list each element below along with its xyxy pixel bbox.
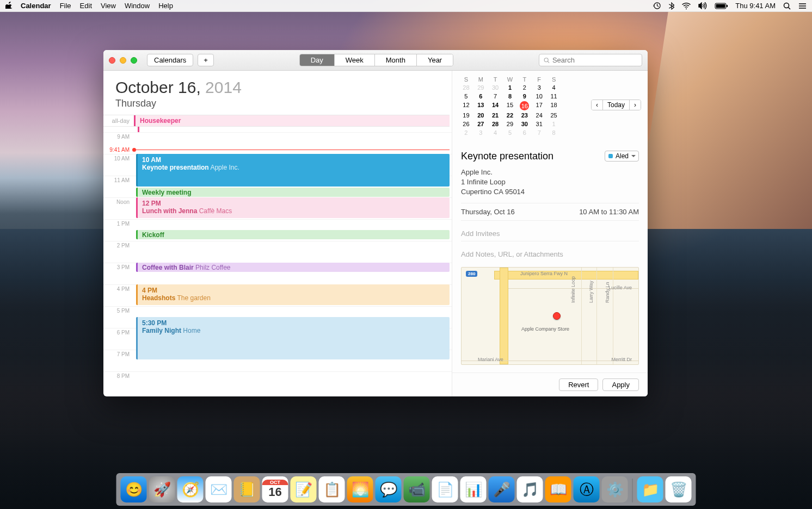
invitees-field[interactable]: Add Invitees bbox=[461, 226, 639, 241]
dock-numbers[interactable]: 📊 bbox=[460, 476, 487, 502]
dock-mail[interactable]: ✉️ bbox=[206, 476, 232, 502]
notes-field[interactable]: Add Notes, URL, or Attachments bbox=[461, 247, 639, 262]
mini-cal-day[interactable]: 27 bbox=[473, 120, 488, 128]
calendar-event[interactable]: 5:30 PMFamily Night Home bbox=[136, 317, 450, 359]
spotlight-icon[interactable] bbox=[783, 2, 791, 10]
mini-cal-day[interactable]: 11 bbox=[546, 92, 561, 100]
volume-icon[interactable] bbox=[698, 2, 707, 9]
view-year[interactable]: Year bbox=[417, 54, 453, 66]
app-name[interactable]: Calendar bbox=[21, 2, 51, 10]
dock-keynote[interactable]: 🎤 bbox=[489, 476, 515, 502]
mini-cal-day[interactable]: 6 bbox=[517, 129, 532, 136]
add-event-button[interactable]: + bbox=[198, 54, 214, 66]
mini-cal-day[interactable]: 31 bbox=[532, 120, 546, 128]
menubar-clock[interactable]: Thu 9:41 AM bbox=[735, 2, 776, 10]
view-day[interactable]: Day bbox=[300, 54, 335, 66]
mini-cal-day[interactable]: 14 bbox=[488, 101, 503, 110]
event-datetime[interactable]: Thursday, Oct 16 10 AM to 11:30 AM bbox=[461, 203, 639, 221]
dock-preferences[interactable]: ⚙️ bbox=[602, 476, 628, 502]
dock-reminders[interactable]: 📋 bbox=[319, 476, 345, 502]
mini-cal-day[interactable]: 26 bbox=[459, 120, 473, 128]
menu-file[interactable]: File bbox=[60, 2, 71, 10]
mini-cal-day[interactable]: 12 bbox=[459, 101, 473, 110]
search-field[interactable] bbox=[539, 54, 642, 66]
dock-downloads[interactable]: 📁 bbox=[637, 476, 663, 502]
apple-menu-icon[interactable] bbox=[5, 1, 13, 10]
dock-appstore[interactable]: Ⓐ bbox=[574, 476, 600, 502]
bluetooth-icon[interactable] bbox=[669, 2, 674, 10]
timemachine-icon[interactable] bbox=[653, 2, 661, 10]
mini-cal-day[interactable]: 2 bbox=[517, 84, 532, 91]
menu-view[interactable]: View bbox=[101, 2, 116, 10]
calendar-select[interactable]: Aled bbox=[605, 151, 639, 162]
mini-cal-day[interactable]: 10 bbox=[532, 92, 546, 100]
calendar-event[interactable]: 4 PMHeadshots The garden bbox=[136, 284, 450, 305]
menu-window[interactable]: Window bbox=[125, 2, 150, 10]
mini-cal-day[interactable]: 4 bbox=[488, 129, 503, 136]
close-button[interactable] bbox=[109, 57, 115, 64]
calendar-event[interactable]: Kickoff bbox=[136, 230, 450, 239]
mini-calendar[interactable]: SMTWTFS282930123456789101112131415161718… bbox=[459, 76, 561, 136]
calendar-event[interactable]: 10 AMKeynote presentation Apple Inc. bbox=[136, 154, 450, 187]
dock-facetime[interactable]: 📹 bbox=[404, 476, 430, 502]
dock-safari[interactable]: 🧭 bbox=[177, 476, 204, 502]
calendar-event[interactable]: Weekly meeting bbox=[136, 188, 450, 197]
apply-button[interactable]: Apply bbox=[602, 378, 639, 391]
calendar-event[interactable]: 12 PMLunch with Jenna Caffè Macs bbox=[136, 197, 450, 218]
dock-calendar[interactable]: OCT16 bbox=[262, 476, 288, 502]
allday-event[interactable]: Housekeeper bbox=[134, 115, 450, 126]
mini-cal-day[interactable]: 2 bbox=[459, 129, 473, 136]
timeline[interactable]: 9 AM10 AM11 AMNoon1 PM2 PM3 PM4 PM5 PM6 … bbox=[103, 132, 452, 396]
mini-cal-day[interactable]: 20 bbox=[473, 111, 488, 119]
mini-cal-day[interactable]: 15 bbox=[503, 101, 518, 110]
view-month[interactable]: Month bbox=[375, 54, 417, 66]
mini-cal-day[interactable]: 24 bbox=[532, 111, 546, 119]
mini-cal-day[interactable]: 5 bbox=[503, 129, 518, 136]
mini-cal-day[interactable]: 1 bbox=[546, 120, 561, 128]
mini-cal-day[interactable]: 18 bbox=[546, 101, 561, 110]
mini-cal-day[interactable]: 5 bbox=[459, 92, 473, 100]
mini-cal-day[interactable]: 13 bbox=[473, 101, 488, 110]
mini-cal-day[interactable]: 25 bbox=[546, 111, 561, 119]
mini-cal-day[interactable]: 9 bbox=[517, 92, 532, 100]
mini-cal-day[interactable]: 22 bbox=[503, 111, 518, 119]
mini-cal-day[interactable]: 7 bbox=[488, 92, 503, 100]
menu-edit[interactable]: Edit bbox=[80, 2, 92, 10]
mini-cal-day[interactable]: 17 bbox=[532, 101, 546, 110]
dock-launchpad[interactable]: 🚀 bbox=[149, 476, 175, 502]
mini-cal-day[interactable]: 29 bbox=[473, 84, 488, 91]
mini-cal-day[interactable]: 8 bbox=[546, 129, 561, 136]
zoom-button[interactable] bbox=[131, 57, 137, 64]
next-button[interactable]: › bbox=[630, 100, 641, 110]
dock-finder[interactable]: 😊 bbox=[121, 476, 147, 502]
mini-cal-day[interactable]: 30 bbox=[488, 84, 503, 91]
mini-cal-day[interactable]: 29 bbox=[503, 120, 518, 128]
dock-itunes[interactable]: 🎵 bbox=[517, 476, 543, 502]
mini-cal-day[interactable]: 6 bbox=[473, 92, 488, 100]
event-location[interactable]: Apple Inc. 1 Infinite Loop Cupertino CA … bbox=[461, 167, 639, 197]
view-week[interactable]: Week bbox=[335, 54, 375, 66]
dock-ibooks[interactable]: 📖 bbox=[545, 476, 571, 502]
mini-cal-day[interactable]: 19 bbox=[459, 111, 473, 119]
calendars-button[interactable]: Calendars bbox=[147, 54, 193, 66]
mini-cal-day[interactable]: 28 bbox=[488, 120, 503, 128]
notification-center-icon[interactable] bbox=[798, 3, 807, 9]
dock-messages[interactable]: 💬 bbox=[376, 476, 402, 502]
mini-cal-today[interactable]: 16 bbox=[520, 101, 529, 110]
dock-trash[interactable]: 🗑️ bbox=[666, 476, 692, 502]
mini-cal-day[interactable]: 3 bbox=[532, 84, 546, 91]
dock-photos[interactable]: 🌅 bbox=[347, 476, 373, 502]
dock-contacts[interactable]: 📒 bbox=[234, 476, 260, 502]
location-map[interactable]: 280 Junipero Serra Fwy N Lucille Ave Inf… bbox=[461, 267, 639, 365]
mini-cal-day[interactable]: 21 bbox=[488, 111, 503, 119]
wifi-icon[interactable] bbox=[682, 3, 691, 9]
calendar-event[interactable]: Coffee with Blair Philz Coffee bbox=[136, 263, 450, 272]
mini-cal-day[interactable]: 30 bbox=[517, 120, 532, 128]
mini-cal-day[interactable]: 4 bbox=[546, 84, 561, 91]
event-title[interactable]: Keynote presentation bbox=[461, 151, 553, 162]
mini-cal-day[interactable]: 7 bbox=[532, 129, 546, 136]
prev-button[interactable]: ‹ bbox=[592, 100, 603, 110]
mini-cal-day[interactable]: 28 bbox=[459, 84, 473, 91]
search-input[interactable] bbox=[552, 56, 637, 64]
mini-cal-day[interactable]: 23 bbox=[517, 111, 532, 119]
